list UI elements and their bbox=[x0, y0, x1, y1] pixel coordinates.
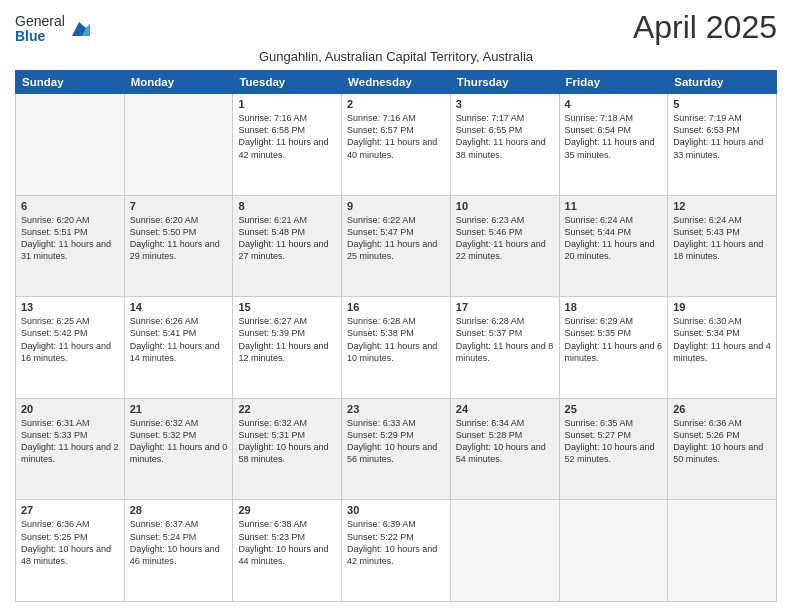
day-detail: Sunrise: 6:27 AMSunset: 5:39 PMDaylight:… bbox=[238, 315, 336, 364]
day-detail: Sunrise: 6:21 AMSunset: 5:48 PMDaylight:… bbox=[238, 214, 336, 263]
day-number: 14 bbox=[130, 301, 228, 313]
calendar-week-row: 20Sunrise: 6:31 AMSunset: 5:33 PMDayligh… bbox=[16, 398, 777, 500]
day-number: 27 bbox=[21, 504, 119, 516]
day-number: 13 bbox=[21, 301, 119, 313]
day-number: 7 bbox=[130, 200, 228, 212]
table-row: 13Sunrise: 6:25 AMSunset: 5:42 PMDayligh… bbox=[16, 297, 125, 399]
day-detail: Sunrise: 6:30 AMSunset: 5:34 PMDaylight:… bbox=[673, 315, 771, 364]
table-row: 4Sunrise: 7:18 AMSunset: 6:54 PMDaylight… bbox=[559, 94, 668, 196]
day-detail: Sunrise: 6:32 AMSunset: 5:32 PMDaylight:… bbox=[130, 417, 228, 466]
table-row: 10Sunrise: 6:23 AMSunset: 5:46 PMDayligh… bbox=[450, 195, 559, 297]
table-row: 6Sunrise: 6:20 AMSunset: 5:51 PMDaylight… bbox=[16, 195, 125, 297]
table-row: 15Sunrise: 6:27 AMSunset: 5:39 PMDayligh… bbox=[233, 297, 342, 399]
calendar-week-row: 13Sunrise: 6:25 AMSunset: 5:42 PMDayligh… bbox=[16, 297, 777, 399]
table-row: 5Sunrise: 7:19 AMSunset: 6:53 PMDaylight… bbox=[668, 94, 777, 196]
day-detail: Sunrise: 6:37 AMSunset: 5:24 PMDaylight:… bbox=[130, 518, 228, 567]
day-detail: Sunrise: 6:33 AMSunset: 5:29 PMDaylight:… bbox=[347, 417, 445, 466]
col-tuesday: Tuesday bbox=[233, 71, 342, 94]
day-number: 24 bbox=[456, 403, 554, 415]
col-friday: Friday bbox=[559, 71, 668, 94]
day-number: 30 bbox=[347, 504, 445, 516]
day-number: 5 bbox=[673, 98, 771, 110]
table-row: 18Sunrise: 6:29 AMSunset: 5:35 PMDayligh… bbox=[559, 297, 668, 399]
day-detail: Sunrise: 6:25 AMSunset: 5:42 PMDaylight:… bbox=[21, 315, 119, 364]
day-number: 19 bbox=[673, 301, 771, 313]
table-row: 28Sunrise: 6:37 AMSunset: 5:24 PMDayligh… bbox=[124, 500, 233, 602]
table-row: 27Sunrise: 6:36 AMSunset: 5:25 PMDayligh… bbox=[16, 500, 125, 602]
day-detail: Sunrise: 6:36 AMSunset: 5:25 PMDaylight:… bbox=[21, 518, 119, 567]
day-detail: Sunrise: 7:16 AMSunset: 6:58 PMDaylight:… bbox=[238, 112, 336, 161]
table-row: 14Sunrise: 6:26 AMSunset: 5:41 PMDayligh… bbox=[124, 297, 233, 399]
calendar-header-row: Sunday Monday Tuesday Wednesday Thursday… bbox=[16, 71, 777, 94]
day-number: 17 bbox=[456, 301, 554, 313]
table-row: 17Sunrise: 6:28 AMSunset: 5:37 PMDayligh… bbox=[450, 297, 559, 399]
table-row bbox=[450, 500, 559, 602]
day-number: 11 bbox=[565, 200, 663, 212]
table-row: 9Sunrise: 6:22 AMSunset: 5:47 PMDaylight… bbox=[342, 195, 451, 297]
day-number: 3 bbox=[456, 98, 554, 110]
day-detail: Sunrise: 7:16 AMSunset: 6:57 PMDaylight:… bbox=[347, 112, 445, 161]
table-row bbox=[124, 94, 233, 196]
day-detail: Sunrise: 6:28 AMSunset: 5:37 PMDaylight:… bbox=[456, 315, 554, 364]
page: General Blue April 2025 Gungahlin, Austr… bbox=[0, 0, 792, 612]
calendar-week-row: 27Sunrise: 6:36 AMSunset: 5:25 PMDayligh… bbox=[16, 500, 777, 602]
day-detail: Sunrise: 6:24 AMSunset: 5:43 PMDaylight:… bbox=[673, 214, 771, 263]
table-row: 25Sunrise: 6:35 AMSunset: 5:27 PMDayligh… bbox=[559, 398, 668, 500]
calendar-week-row: 1Sunrise: 7:16 AMSunset: 6:58 PMDaylight… bbox=[16, 94, 777, 196]
day-number: 26 bbox=[673, 403, 771, 415]
day-detail: Sunrise: 6:23 AMSunset: 5:46 PMDaylight:… bbox=[456, 214, 554, 263]
logo-text: General Blue bbox=[15, 14, 65, 45]
table-row bbox=[559, 500, 668, 602]
day-number: 6 bbox=[21, 200, 119, 212]
day-number: 20 bbox=[21, 403, 119, 415]
table-row: 12Sunrise: 6:24 AMSunset: 5:43 PMDayligh… bbox=[668, 195, 777, 297]
table-row: 20Sunrise: 6:31 AMSunset: 5:33 PMDayligh… bbox=[16, 398, 125, 500]
table-row: 16Sunrise: 6:28 AMSunset: 5:38 PMDayligh… bbox=[342, 297, 451, 399]
table-row: 26Sunrise: 6:36 AMSunset: 5:26 PMDayligh… bbox=[668, 398, 777, 500]
table-row: 7Sunrise: 6:20 AMSunset: 5:50 PMDaylight… bbox=[124, 195, 233, 297]
table-row: 21Sunrise: 6:32 AMSunset: 5:32 PMDayligh… bbox=[124, 398, 233, 500]
col-sunday: Sunday bbox=[16, 71, 125, 94]
day-detail: Sunrise: 6:31 AMSunset: 5:33 PMDaylight:… bbox=[21, 417, 119, 466]
day-number: 29 bbox=[238, 504, 336, 516]
table-row: 29Sunrise: 6:38 AMSunset: 5:23 PMDayligh… bbox=[233, 500, 342, 602]
table-row bbox=[668, 500, 777, 602]
table-row: 19Sunrise: 6:30 AMSunset: 5:34 PMDayligh… bbox=[668, 297, 777, 399]
col-monday: Monday bbox=[124, 71, 233, 94]
table-row: 22Sunrise: 6:32 AMSunset: 5:31 PMDayligh… bbox=[233, 398, 342, 500]
title-block: April 2025 bbox=[633, 10, 777, 45]
day-number: 21 bbox=[130, 403, 228, 415]
table-row: 1Sunrise: 7:16 AMSunset: 6:58 PMDaylight… bbox=[233, 94, 342, 196]
day-number: 15 bbox=[238, 301, 336, 313]
col-saturday: Saturday bbox=[668, 71, 777, 94]
day-detail: Sunrise: 6:28 AMSunset: 5:38 PMDaylight:… bbox=[347, 315, 445, 364]
table-row: 23Sunrise: 6:33 AMSunset: 5:29 PMDayligh… bbox=[342, 398, 451, 500]
day-detail: Sunrise: 6:29 AMSunset: 5:35 PMDaylight:… bbox=[565, 315, 663, 364]
logo-blue: Blue bbox=[15, 29, 65, 44]
day-detail: Sunrise: 6:39 AMSunset: 5:22 PMDaylight:… bbox=[347, 518, 445, 567]
table-row: 2Sunrise: 7:16 AMSunset: 6:57 PMDaylight… bbox=[342, 94, 451, 196]
day-number: 25 bbox=[565, 403, 663, 415]
day-detail: Sunrise: 6:22 AMSunset: 5:47 PMDaylight:… bbox=[347, 214, 445, 263]
day-number: 1 bbox=[238, 98, 336, 110]
day-detail: Sunrise: 6:24 AMSunset: 5:44 PMDaylight:… bbox=[565, 214, 663, 263]
subtitle: Gungahlin, Australian Capital Territory,… bbox=[15, 49, 777, 64]
day-number: 23 bbox=[347, 403, 445, 415]
day-number: 12 bbox=[673, 200, 771, 212]
day-number: 4 bbox=[565, 98, 663, 110]
day-number: 18 bbox=[565, 301, 663, 313]
day-detail: Sunrise: 6:35 AMSunset: 5:27 PMDaylight:… bbox=[565, 417, 663, 466]
day-detail: Sunrise: 6:20 AMSunset: 5:51 PMDaylight:… bbox=[21, 214, 119, 263]
day-detail: Sunrise: 7:18 AMSunset: 6:54 PMDaylight:… bbox=[565, 112, 663, 161]
table-row: 3Sunrise: 7:17 AMSunset: 6:55 PMDaylight… bbox=[450, 94, 559, 196]
header: General Blue April 2025 bbox=[15, 10, 777, 45]
day-number: 22 bbox=[238, 403, 336, 415]
calendar-table: Sunday Monday Tuesday Wednesday Thursday… bbox=[15, 70, 777, 602]
day-detail: Sunrise: 6:36 AMSunset: 5:26 PMDaylight:… bbox=[673, 417, 771, 466]
table-row: 11Sunrise: 6:24 AMSunset: 5:44 PMDayligh… bbox=[559, 195, 668, 297]
logo-icon bbox=[68, 18, 90, 40]
day-detail: Sunrise: 6:38 AMSunset: 5:23 PMDaylight:… bbox=[238, 518, 336, 567]
logo: General Blue bbox=[15, 14, 90, 45]
table-row: 24Sunrise: 6:34 AMSunset: 5:28 PMDayligh… bbox=[450, 398, 559, 500]
col-wednesday: Wednesday bbox=[342, 71, 451, 94]
